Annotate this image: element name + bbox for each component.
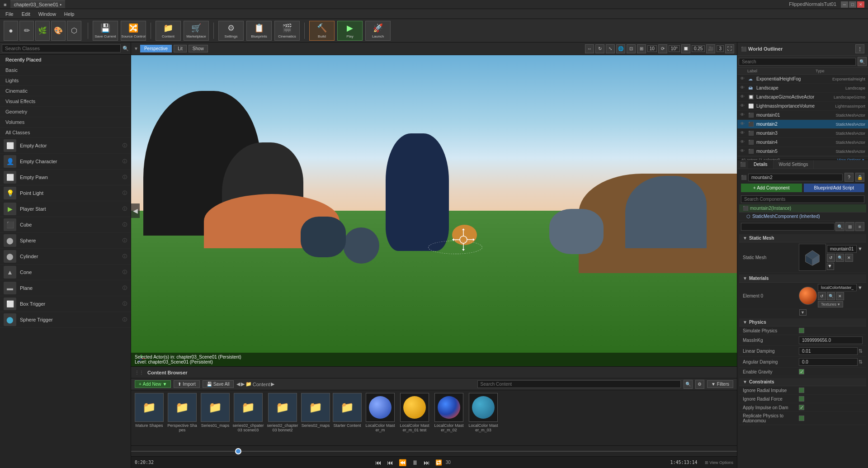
breadcrumb-forward-icon[interactable]: ▶ (241, 381, 245, 387)
outliner-search-icon[interactable]: 🔍 (858, 57, 867, 66)
viewport-options-icon[interactable]: ▼ (134, 46, 138, 51)
list-item[interactable]: ▬ Plane ⓘ (0, 280, 131, 296)
asset-item-series02-bonnet2[interactable]: 📁 series02_chapter03 bonnet2 (267, 393, 298, 432)
mesh-name-input[interactable] (827, 245, 857, 253)
menu-edit[interactable]: Edit (18, 10, 34, 18)
component-row[interactable]: ⬡ StaticMeshComponent (Inherited) (739, 213, 866, 221)
sidebar-item-cinematic[interactable]: Cinematic (0, 86, 131, 96)
maximize-button[interactable]: □ (849, 1, 856, 8)
sphere-info[interactable]: ⓘ (123, 237, 127, 244)
sphere-trigger-info[interactable]: ⓘ (123, 317, 127, 323)
asset-item-starter-content[interactable]: 📁 Starter Content (333, 393, 362, 428)
cinematics-button[interactable]: 🎬 Cinematics (274, 21, 300, 41)
replicate-physics-checkbox[interactable] (799, 416, 804, 421)
foliage-btn[interactable]: 🌿 (35, 21, 50, 41)
find-mesh-button[interactable]: 🔍 (836, 254, 844, 262)
brush-btn[interactable]: ✏ (19, 21, 34, 41)
asset-item-localcolor-m[interactable]: LocalColor Master_m (364, 393, 396, 432)
quick-access-btn[interactable]: ● (4, 21, 18, 41)
material-dropdown-icon[interactable]: ▼ (858, 285, 863, 290)
outliner-row-mountain4[interactable]: 👁 ⬛ mountain4 StaticMeshActor (737, 138, 868, 147)
timeline-scrubber[interactable] (235, 448, 241, 454)
rotation-snap-icon[interactable]: ⟳ (658, 44, 667, 53)
list-item[interactable]: ⬤ Sphere ⓘ (0, 233, 131, 249)
list-item[interactable]: 👤 Empty Character ⓘ (0, 154, 131, 170)
settings-button[interactable]: ⚙ Settings (218, 21, 244, 41)
timeline-thumb-circle[interactable] (235, 448, 241, 454)
linear-damping-input[interactable] (799, 347, 858, 355)
plane-info[interactable]: ⓘ (123, 285, 127, 291)
menu-help[interactable]: Help (61, 10, 78, 18)
cb-settings-icon[interactable]: ⚙ (695, 380, 704, 389)
list-item[interactable]: ⬤ Sphere Trigger ⓘ (0, 312, 131, 328)
visibility-icon[interactable]: 👁 (740, 103, 746, 109)
tab-world-settings[interactable]: World Settings (774, 160, 814, 169)
mesh-preview-thumb[interactable] (799, 244, 826, 271)
visibility-icon[interactable]: 👁 (740, 121, 746, 128)
search-details-icon[interactable]: 🔍 (835, 222, 844, 231)
lit-button[interactable]: Lit (174, 45, 187, 52)
mesh-expand-button[interactable]: ▼ (827, 263, 834, 270)
menu-window[interactable]: Window (35, 10, 60, 18)
sidebar-item-volumes[interactable]: Volumes (0, 117, 131, 128)
grid-snap-icon[interactable]: ⊞ (637, 44, 646, 53)
material-preview-thumb[interactable] (799, 287, 817, 305)
outliner-row-landscape-gizmo[interactable]: 👁 🔲 LandscapeGizmoActiveActor LandscapeG… (737, 93, 868, 102)
sidebar-item-geometry[interactable]: Geometry (0, 107, 131, 117)
show-button[interactable]: Show (189, 45, 208, 52)
world-local-icon[interactable]: 🌐 (616, 44, 625, 53)
content-button[interactable]: 📁 Content (156, 21, 181, 41)
physics-section-header[interactable]: ▼ Physics (739, 318, 866, 326)
translate-icon[interactable]: ↔ (585, 44, 594, 53)
list-item[interactable]: ⬜ Empty Actor ⓘ (0, 138, 131, 154)
sidebar-item-basic[interactable]: Basic (0, 65, 131, 76)
empty-character-info[interactable]: ⓘ (123, 158, 127, 165)
outliner-settings-icon[interactable]: ⋮ (855, 44, 864, 53)
refresh-mesh-button[interactable]: ↺ (827, 254, 835, 262)
pause-button[interactable]: ⏪ (397, 458, 408, 467)
scale-icon[interactable]: ⤡ (606, 44, 615, 53)
paint-btn[interactable]: 🎨 (51, 21, 66, 41)
mesh-dropdown-icon[interactable]: ▼ (858, 246, 863, 251)
panel-collapse-button[interactable]: ◀ (131, 203, 140, 218)
content-search-input[interactable] (477, 380, 681, 388)
add-component-button[interactable]: + Add Component (741, 184, 802, 192)
help-icon[interactable]: ? (844, 173, 854, 182)
visibility-icon[interactable]: 👁 (740, 85, 746, 91)
asset-item-mature-shapes[interactable]: 📁 Mature Shapes (135, 393, 164, 428)
menu-file[interactable]: File (2, 10, 17, 18)
constraints-section-header[interactable]: ▼ Constraints (739, 378, 866, 386)
cb-search-icon[interactable]: 🔍 (684, 380, 693, 389)
clear-mesh-button[interactable]: ✕ (845, 254, 853, 262)
launch-button[interactable]: 🚀 Launch (365, 21, 391, 41)
empty-actor-info[interactable]: ⓘ (123, 142, 127, 149)
visibility-icon[interactable]: 👁 (740, 148, 746, 155)
visibility-icon[interactable]: 👁 (740, 112, 746, 118)
save-all-button[interactable]: 💾 Save All (203, 380, 234, 388)
asset-item-series02-maps[interactable]: 📁 Series02_maps (301, 393, 330, 428)
ignore-radial-impulse-checkbox[interactable] (799, 388, 804, 393)
perspective-button[interactable]: Perspective (140, 45, 172, 52)
scale-snap-icon[interactable]: 🔲 (681, 44, 690, 53)
visibility-icon[interactable]: 👁 (740, 130, 746, 137)
tab-details[interactable]: Details (748, 160, 774, 169)
list-item[interactable]: ⬛ Cube ⓘ (0, 217, 131, 233)
asset-item-localcolor-m01[interactable]: LocalColor Master_m_01 test (399, 393, 430, 432)
move-gizmo[interactable] (452, 228, 475, 251)
step-back-button[interactable]: ⏮ (385, 458, 395, 467)
visibility-icon[interactable]: 👁 (740, 94, 746, 100)
materials-expand-button[interactable]: ▼ (799, 309, 807, 316)
visibility-icon[interactable]: 👁 (740, 76, 746, 82)
details-options-icon[interactable]: ⊞ (845, 222, 854, 231)
asset-item-perspective-shapes[interactable]: 📁 Perspective Shapes (166, 393, 198, 432)
angular-damping-arrows[interactable]: ⇅ (859, 359, 863, 365)
sidebar-item-visual-effects[interactable]: Visual Effects (0, 96, 131, 107)
simulate-physics-checkbox[interactable] (799, 328, 804, 333)
materials-section-header[interactable]: ▼ Materials (739, 274, 866, 283)
save-current-button[interactable]: 💾 Save Current (93, 21, 118, 41)
cylinder-info[interactable]: ⓘ (123, 253, 127, 260)
cube-info[interactable]: ⓘ (123, 222, 127, 228)
search-components-input[interactable] (741, 195, 864, 203)
clear-material-button[interactable]: ✕ (836, 292, 844, 300)
outliner-row-lightmass[interactable]: 👁 ⬜ LightmassImportanceVolume LightmassI… (737, 102, 868, 111)
